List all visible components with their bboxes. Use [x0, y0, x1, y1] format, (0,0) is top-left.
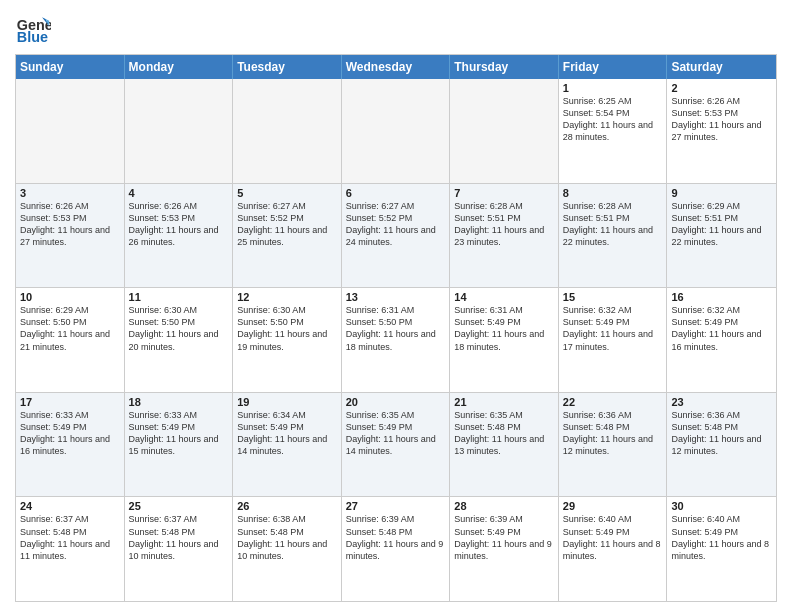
day-cell-5: 5Sunrise: 6:27 AMSunset: 5:52 PMDaylight… [233, 184, 342, 288]
cell-info: Sunrise: 6:37 AMSunset: 5:48 PMDaylight:… [129, 513, 229, 562]
day-cell-21: 21Sunrise: 6:35 AMSunset: 5:48 PMDayligh… [450, 393, 559, 497]
day-cell-14: 14Sunrise: 6:31 AMSunset: 5:49 PMDayligh… [450, 288, 559, 392]
day-number: 8 [563, 187, 663, 199]
calendar-row-4: 24Sunrise: 6:37 AMSunset: 5:48 PMDayligh… [16, 496, 776, 601]
day-cell-1: 1Sunrise: 6:25 AMSunset: 5:54 PMDaylight… [559, 79, 668, 183]
day-number: 14 [454, 291, 554, 303]
day-number: 5 [237, 187, 337, 199]
calendar-row-1: 3Sunrise: 6:26 AMSunset: 5:53 PMDaylight… [16, 183, 776, 288]
cell-info: Sunrise: 6:40 AMSunset: 5:49 PMDaylight:… [563, 513, 663, 562]
day-cell-4: 4Sunrise: 6:26 AMSunset: 5:53 PMDaylight… [125, 184, 234, 288]
empty-cell [233, 79, 342, 183]
day-number: 21 [454, 396, 554, 408]
cell-info: Sunrise: 6:35 AMSunset: 5:48 PMDaylight:… [454, 409, 554, 458]
day-number: 4 [129, 187, 229, 199]
day-number: 3 [20, 187, 120, 199]
empty-cell [125, 79, 234, 183]
day-number: 19 [237, 396, 337, 408]
day-number: 26 [237, 500, 337, 512]
calendar-body: 1Sunrise: 6:25 AMSunset: 5:54 PMDaylight… [16, 79, 776, 601]
day-cell-16: 16Sunrise: 6:32 AMSunset: 5:49 PMDayligh… [667, 288, 776, 392]
day-cell-12: 12Sunrise: 6:30 AMSunset: 5:50 PMDayligh… [233, 288, 342, 392]
day-cell-24: 24Sunrise: 6:37 AMSunset: 5:48 PMDayligh… [16, 497, 125, 601]
day-cell-7: 7Sunrise: 6:28 AMSunset: 5:51 PMDaylight… [450, 184, 559, 288]
cell-info: Sunrise: 6:35 AMSunset: 5:49 PMDaylight:… [346, 409, 446, 458]
cell-info: Sunrise: 6:36 AMSunset: 5:48 PMDaylight:… [671, 409, 772, 458]
weekday-header-sunday: Sunday [16, 55, 125, 79]
day-number: 7 [454, 187, 554, 199]
day-cell-9: 9Sunrise: 6:29 AMSunset: 5:51 PMDaylight… [667, 184, 776, 288]
day-number: 9 [671, 187, 772, 199]
day-cell-6: 6Sunrise: 6:27 AMSunset: 5:52 PMDaylight… [342, 184, 451, 288]
day-number: 13 [346, 291, 446, 303]
day-cell-30: 30Sunrise: 6:40 AMSunset: 5:49 PMDayligh… [667, 497, 776, 601]
cell-info: Sunrise: 6:26 AMSunset: 5:53 PMDaylight:… [20, 200, 120, 249]
day-cell-19: 19Sunrise: 6:34 AMSunset: 5:49 PMDayligh… [233, 393, 342, 497]
day-cell-25: 25Sunrise: 6:37 AMSunset: 5:48 PMDayligh… [125, 497, 234, 601]
day-number: 27 [346, 500, 446, 512]
day-number: 23 [671, 396, 772, 408]
day-cell-3: 3Sunrise: 6:26 AMSunset: 5:53 PMDaylight… [16, 184, 125, 288]
cell-info: Sunrise: 6:26 AMSunset: 5:53 PMDaylight:… [129, 200, 229, 249]
cell-info: Sunrise: 6:30 AMSunset: 5:50 PMDaylight:… [129, 304, 229, 353]
calendar: SundayMondayTuesdayWednesdayThursdayFrid… [15, 54, 777, 602]
day-number: 25 [129, 500, 229, 512]
day-number: 6 [346, 187, 446, 199]
day-number: 20 [346, 396, 446, 408]
day-cell-18: 18Sunrise: 6:33 AMSunset: 5:49 PMDayligh… [125, 393, 234, 497]
calendar-row-0: 1Sunrise: 6:25 AMSunset: 5:54 PMDaylight… [16, 79, 776, 183]
day-cell-26: 26Sunrise: 6:38 AMSunset: 5:48 PMDayligh… [233, 497, 342, 601]
cell-info: Sunrise: 6:33 AMSunset: 5:49 PMDaylight:… [129, 409, 229, 458]
empty-cell [16, 79, 125, 183]
page-header: General Blue [15, 10, 777, 46]
day-cell-29: 29Sunrise: 6:40 AMSunset: 5:49 PMDayligh… [559, 497, 668, 601]
day-cell-27: 27Sunrise: 6:39 AMSunset: 5:48 PMDayligh… [342, 497, 451, 601]
calendar-row-3: 17Sunrise: 6:33 AMSunset: 5:49 PMDayligh… [16, 392, 776, 497]
day-cell-20: 20Sunrise: 6:35 AMSunset: 5:49 PMDayligh… [342, 393, 451, 497]
day-cell-13: 13Sunrise: 6:31 AMSunset: 5:50 PMDayligh… [342, 288, 451, 392]
cell-info: Sunrise: 6:37 AMSunset: 5:48 PMDaylight:… [20, 513, 120, 562]
day-cell-15: 15Sunrise: 6:32 AMSunset: 5:49 PMDayligh… [559, 288, 668, 392]
cell-info: Sunrise: 6:33 AMSunset: 5:49 PMDaylight:… [20, 409, 120, 458]
day-number: 18 [129, 396, 229, 408]
day-cell-8: 8Sunrise: 6:28 AMSunset: 5:51 PMDaylight… [559, 184, 668, 288]
cell-info: Sunrise: 6:36 AMSunset: 5:48 PMDaylight:… [563, 409, 663, 458]
day-number: 16 [671, 291, 772, 303]
cell-info: Sunrise: 6:30 AMSunset: 5:50 PMDaylight:… [237, 304, 337, 353]
logo-icon: General Blue [15, 10, 51, 46]
day-cell-2: 2Sunrise: 6:26 AMSunset: 5:53 PMDaylight… [667, 79, 776, 183]
day-cell-10: 10Sunrise: 6:29 AMSunset: 5:50 PMDayligh… [16, 288, 125, 392]
cell-info: Sunrise: 6:32 AMSunset: 5:49 PMDaylight:… [563, 304, 663, 353]
cell-info: Sunrise: 6:27 AMSunset: 5:52 PMDaylight:… [346, 200, 446, 249]
day-number: 2 [671, 82, 772, 94]
day-cell-23: 23Sunrise: 6:36 AMSunset: 5:48 PMDayligh… [667, 393, 776, 497]
day-number: 29 [563, 500, 663, 512]
cell-info: Sunrise: 6:34 AMSunset: 5:49 PMDaylight:… [237, 409, 337, 458]
weekday-header-friday: Friday [559, 55, 668, 79]
cell-info: Sunrise: 6:40 AMSunset: 5:49 PMDaylight:… [671, 513, 772, 562]
day-number: 17 [20, 396, 120, 408]
day-number: 22 [563, 396, 663, 408]
weekday-header-saturday: Saturday [667, 55, 776, 79]
cell-info: Sunrise: 6:29 AMSunset: 5:50 PMDaylight:… [20, 304, 120, 353]
calendar-row-2: 10Sunrise: 6:29 AMSunset: 5:50 PMDayligh… [16, 287, 776, 392]
cell-info: Sunrise: 6:26 AMSunset: 5:53 PMDaylight:… [671, 95, 772, 144]
calendar-header: SundayMondayTuesdayWednesdayThursdayFrid… [16, 55, 776, 79]
day-cell-11: 11Sunrise: 6:30 AMSunset: 5:50 PMDayligh… [125, 288, 234, 392]
day-cell-22: 22Sunrise: 6:36 AMSunset: 5:48 PMDayligh… [559, 393, 668, 497]
cell-info: Sunrise: 6:31 AMSunset: 5:50 PMDaylight:… [346, 304, 446, 353]
cell-info: Sunrise: 6:27 AMSunset: 5:52 PMDaylight:… [237, 200, 337, 249]
cell-info: Sunrise: 6:31 AMSunset: 5:49 PMDaylight:… [454, 304, 554, 353]
cell-info: Sunrise: 6:28 AMSunset: 5:51 PMDaylight:… [454, 200, 554, 249]
svg-text:Blue: Blue [17, 29, 48, 45]
cell-info: Sunrise: 6:39 AMSunset: 5:49 PMDaylight:… [454, 513, 554, 562]
day-cell-17: 17Sunrise: 6:33 AMSunset: 5:49 PMDayligh… [16, 393, 125, 497]
weekday-header-monday: Monday [125, 55, 234, 79]
empty-cell [342, 79, 451, 183]
day-number: 30 [671, 500, 772, 512]
day-number: 11 [129, 291, 229, 303]
cell-info: Sunrise: 6:25 AMSunset: 5:54 PMDaylight:… [563, 95, 663, 144]
cell-info: Sunrise: 6:38 AMSunset: 5:48 PMDaylight:… [237, 513, 337, 562]
day-number: 12 [237, 291, 337, 303]
cell-info: Sunrise: 6:28 AMSunset: 5:51 PMDaylight:… [563, 200, 663, 249]
